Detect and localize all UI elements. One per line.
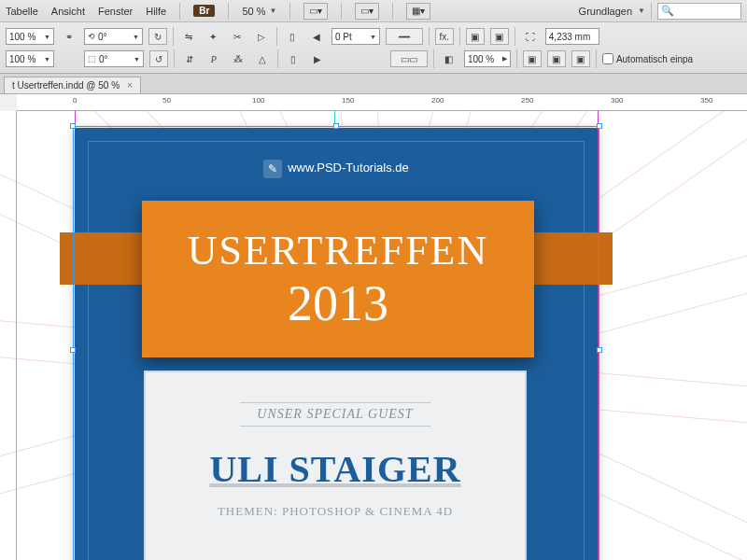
menu-fenster[interactable]: Fenster xyxy=(98,6,133,17)
scale-y-field[interactable]: 100 %▼ xyxy=(6,50,54,67)
stroke-align-icon[interactable]: ▭▭ xyxy=(390,50,428,67)
separator xyxy=(516,49,517,68)
search-icon: 🔍 xyxy=(661,5,674,17)
scissors-icon[interactable]: ✂ xyxy=(228,28,247,45)
separator xyxy=(228,3,229,20)
ruler-tick: 50 xyxy=(162,96,171,105)
ruler-tick: 300 xyxy=(611,96,623,105)
ruler-tick: 200 xyxy=(431,96,444,105)
separator xyxy=(174,49,175,68)
menu-ansicht[interactable]: Ansicht xyxy=(51,6,85,17)
effects-icon[interactable]: fx. xyxy=(435,28,454,45)
menu-hilfe[interactable]: Hilfe xyxy=(146,6,166,17)
separator xyxy=(341,3,342,20)
separator xyxy=(651,3,652,20)
document-tab[interactable]: t Usertreffen.indd @ 50 % × xyxy=(4,77,141,93)
search-input[interactable]: 🔍 xyxy=(657,3,741,20)
menu-bar: Tabelle Ansicht Fenster Hilfe Br 50 % ▼ … xyxy=(0,0,747,22)
zoom-level[interactable]: 50 % ▼ xyxy=(242,6,276,17)
separator xyxy=(276,27,277,46)
star-tool-icon[interactable]: ✦ xyxy=(204,28,222,45)
text-wrap-none-icon[interactable]: ▣ xyxy=(466,28,485,45)
convert-point-icon[interactable]: ▷ xyxy=(252,28,271,45)
separator xyxy=(459,27,460,46)
crop-icon[interactable]: ⛶ xyxy=(521,28,540,45)
separator xyxy=(433,49,434,68)
ruler-tick: 100 xyxy=(252,96,264,105)
opacity-icon[interactable]: ◧ xyxy=(440,50,458,67)
separator xyxy=(596,49,597,68)
eyedropper-icon[interactable]: ⁂ xyxy=(229,50,247,67)
separator xyxy=(173,27,174,46)
rotation-field[interactable]: ⟲0°▼ xyxy=(84,28,143,45)
chevron-down-icon: ▼ xyxy=(638,7,645,15)
ruler-horizontal[interactable]: 0 50 100 150 200 250 300 350 xyxy=(17,94,747,111)
ruler-tick: 0 xyxy=(73,96,77,105)
arrange-docs-icon[interactable]: ▦▾ xyxy=(406,3,430,20)
selection-frame[interactable] xyxy=(73,126,599,560)
anchor-icon[interactable]: △ xyxy=(253,50,272,67)
separator xyxy=(514,27,515,46)
shear-field[interactable]: ⬚0°▼ xyxy=(84,50,144,67)
document-canvas[interactable]: ✎www.PSD-Tutorials.de USERTREFFEN 2013 U… xyxy=(17,111,747,560)
document-tab-bar: t Usertreffen.indd @ 50 % × xyxy=(0,74,747,94)
ruler-tick: 250 xyxy=(521,96,533,105)
link-icon[interactable] xyxy=(60,50,78,67)
flip-v-icon[interactable]: ⇵ xyxy=(180,50,199,67)
link-icon[interactable]: ⚭ xyxy=(60,28,78,45)
separator xyxy=(179,3,180,20)
rotate-ccw-icon[interactable]: ↺ xyxy=(149,50,168,67)
control-bar: 100 %▼ ⚭ ⟲0°▼ ↻ ⇋ ✦ ✂ ▷ ▯ ◀ 0 Pt▼ ━━ fx.… xyxy=(0,22,747,74)
close-icon[interactable]: × xyxy=(127,80,133,91)
workspace: ✎www.PSD-Tutorials.de USERTREFFEN 2013 U… xyxy=(0,111,747,560)
width-field[interactable]: 4,233 mm xyxy=(545,28,599,45)
ruler-tick: 350 xyxy=(700,96,712,105)
scale-x-field[interactable]: 100 %▼ xyxy=(6,28,54,45)
separator xyxy=(277,49,278,68)
bridge-icon[interactable]: Br xyxy=(193,5,215,17)
text-wrap-col-icon[interactable]: ▣ xyxy=(571,50,590,67)
separator xyxy=(429,27,430,46)
view-options-icon[interactable]: ▭▾ xyxy=(303,3,328,20)
align-icon[interactable]: ▯ xyxy=(283,28,302,45)
align-icon[interactable]: ▯ xyxy=(284,50,303,67)
flip-h-icon[interactable]: ⇋ xyxy=(179,28,198,45)
text-wrap-shape-icon[interactable]: ▣ xyxy=(523,50,542,67)
text-wrap-jump-icon[interactable]: ▣ xyxy=(547,50,566,67)
stroke-style-icon[interactable]: ━━ xyxy=(386,28,423,45)
document-tab-title: t Usertreffen.indd @ 50 % xyxy=(12,80,120,91)
separator xyxy=(392,3,393,20)
auto-fit-checkbox[interactable]: Automatisch einpa xyxy=(602,53,693,64)
menu-tabelle[interactable]: Tabelle xyxy=(6,6,38,17)
stroke-weight-field[interactable]: 0 Pt▼ xyxy=(331,28,380,45)
type-path-icon[interactable]: P xyxy=(204,50,223,67)
separator xyxy=(289,3,290,20)
workspace-switcher[interactable]: Grundlagen xyxy=(579,6,633,17)
rotate-cw-icon[interactable]: ↻ xyxy=(148,28,167,45)
text-right-icon[interactable]: ▶ xyxy=(308,50,327,67)
chevron-down-icon: ▼ xyxy=(269,7,276,15)
screen-mode-icon[interactable]: ▭▾ xyxy=(355,3,379,20)
opacity-field[interactable]: 100 %▶ xyxy=(464,50,511,67)
text-wrap-bbox-icon[interactable]: ▣ xyxy=(490,28,509,45)
text-left-icon[interactable]: ◀ xyxy=(307,28,326,45)
zoom-value: 50 % xyxy=(242,6,265,17)
ruler-tick: 150 xyxy=(342,96,354,105)
